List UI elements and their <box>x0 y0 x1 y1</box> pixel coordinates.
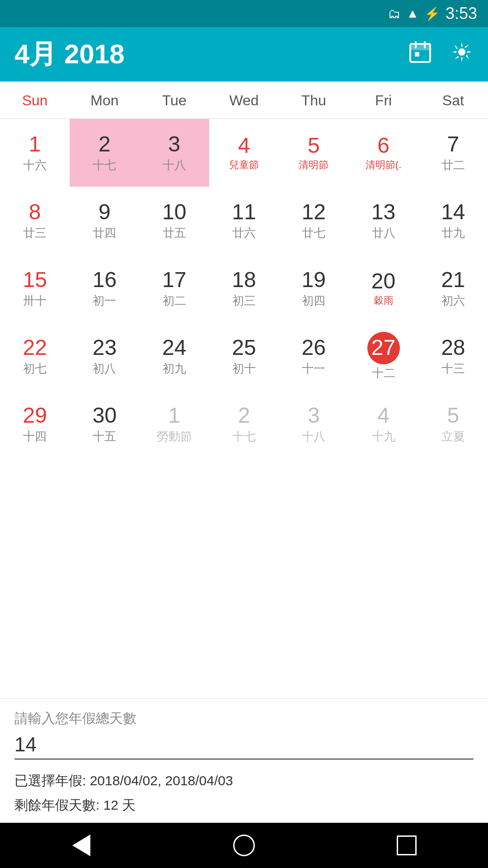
week-4: 22 初七 23 初八 24 初九 25 初十 26 十一 27 十二 28 十… <box>0 322 488 390</box>
status-icons: 🗂 ▲ ⚡ 3:53 <box>388 4 477 23</box>
selected-info: 已選擇年假: 2018/04/02, 2018/04/03 剩餘年假天數: 12… <box>14 769 474 817</box>
day-16[interactable]: 16 初一 <box>70 255 139 322</box>
day-6[interactable]: 6 清明節(. <box>348 119 418 187</box>
signal-icon: ▲ <box>406 6 419 21</box>
remaining-days: 剩餘年假天數: 12 天 <box>14 793 474 817</box>
weekday-sat: Sat <box>418 83 488 118</box>
day-25[interactable]: 25 初十 <box>209 322 279 390</box>
weekday-header: Sun Mon Tue Wed Thu Fri Sat <box>0 83 488 119</box>
day-12[interactable]: 12 廿七 <box>279 187 348 255</box>
calendar-icon[interactable] <box>408 40 432 69</box>
calendar: Sun Mon Tue Wed Thu Fri Sat 1 十六 2 十七 3 … <box>0 83 488 458</box>
selected-dates: 已選擇年假: 2018/04/02, 2018/04/03 <box>14 769 474 793</box>
day-27[interactable]: 27 十二 <box>348 322 418 390</box>
header-icons <box>408 40 474 69</box>
day-23[interactable]: 23 初八 <box>70 322 139 390</box>
day-18[interactable]: 18 初三 <box>209 255 279 322</box>
day-26[interactable]: 26 十一 <box>279 322 348 390</box>
day-8[interactable]: 8 廿三 <box>0 187 70 255</box>
back-button[interactable] <box>63 827 99 863</box>
weekday-mon: Mon <box>70 83 139 118</box>
day-5[interactable]: 5 清明節 <box>279 119 348 187</box>
app-header: 4月 2018 <box>0 27 488 81</box>
week-5: 29 十四 30 十五 1 勞動節 2 十七 3 十八 4 十九 5 立夏 <box>0 390 488 458</box>
day-4[interactable]: 4 兒童節 <box>209 119 279 187</box>
svg-rect-1 <box>410 44 430 50</box>
input-label: 請輸入您年假總天數 <box>14 709 474 728</box>
sd-card-icon: 🗂 <box>388 6 401 21</box>
day-21[interactable]: 21 初六 <box>418 255 488 322</box>
day-3[interactable]: 3 十八 <box>140 119 209 187</box>
weekday-thu: Thu <box>279 83 348 118</box>
svg-rect-4 <box>415 52 419 57</box>
weekday-wed: Wed <box>209 83 279 118</box>
day-14[interactable]: 14 廿九 <box>418 187 488 255</box>
day-28[interactable]: 28 十三 <box>418 322 488 390</box>
weekday-tue: Tue <box>140 83 209 118</box>
week-3: 15 卅十 16 初一 17 初二 18 初三 19 初四 20 穀雨 21 初… <box>0 255 488 322</box>
home-button[interactable] <box>226 827 262 863</box>
day-24[interactable]: 24 初九 <box>140 322 209 390</box>
svg-point-5 <box>458 48 465 56</box>
day-may-2[interactable]: 2 十七 <box>209 390 279 458</box>
status-bar: 🗂 ▲ ⚡ 3:53 <box>0 0 488 27</box>
annual-leave-input[interactable] <box>14 733 474 760</box>
nav-bar <box>0 823 488 868</box>
day-30[interactable]: 30 十五 <box>70 390 139 458</box>
day-7[interactable]: 7 廿二 <box>418 119 488 187</box>
day-may-4[interactable]: 4 十九 <box>348 390 418 458</box>
battery-icon: ⚡ <box>424 6 440 21</box>
day-may-1[interactable]: 1 勞動節 <box>140 390 209 458</box>
month-year-title: 4月 2018 <box>14 36 408 73</box>
day-11[interactable]: 11 廿六 <box>209 187 279 255</box>
day-19[interactable]: 19 初四 <box>279 255 348 322</box>
settings-icon[interactable] <box>450 40 474 69</box>
weekday-sun: Sun <box>0 83 70 118</box>
day-22[interactable]: 22 初七 <box>0 322 70 390</box>
day-15[interactable]: 15 卅十 <box>0 255 70 322</box>
day-may-5[interactable]: 5 立夏 <box>418 390 488 458</box>
day-may-3[interactable]: 3 十八 <box>279 390 348 458</box>
recents-button[interactable] <box>389 827 425 863</box>
day-1[interactable]: 1 十六 <box>0 119 70 187</box>
day-2[interactable]: 2 十七 <box>70 119 139 187</box>
day-13[interactable]: 13 廿八 <box>348 187 418 255</box>
week-2: 8 廿三 9 廿四 10 廿五 11 廿六 12 廿七 13 廿八 14 廿九 <box>0 187 488 255</box>
day-17[interactable]: 17 初二 <box>140 255 209 322</box>
day-9[interactable]: 9 廿四 <box>70 187 139 255</box>
day-20[interactable]: 20 穀雨 <box>348 255 418 322</box>
bottom-section: 請輸入您年假總天數 已選擇年假: 2018/04/02, 2018/04/03 … <box>0 698 488 823</box>
status-time: 3:53 <box>446 4 477 23</box>
weekday-fri: Fri <box>348 83 418 118</box>
day-10[interactable]: 10 廿五 <box>140 187 209 255</box>
week-1: 1 十六 2 十七 3 十八 4 兒童節 5 清明節 6 清明節(. 7 廿二 <box>0 119 488 187</box>
day-29[interactable]: 29 十四 <box>0 390 70 458</box>
